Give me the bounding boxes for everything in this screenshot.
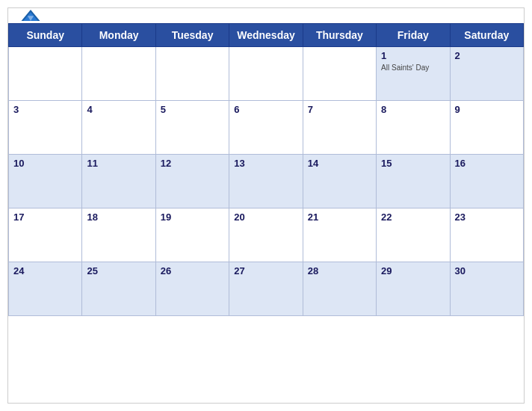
calendar-body: 1All Saints' Day234567891011121314151617… <box>9 47 524 316</box>
week-row-1: 1All Saints' Day2 <box>9 47 524 101</box>
day-number: 6 <box>234 104 239 115</box>
calendar-cell: 6 <box>229 101 303 155</box>
weekday-header-tuesday: Tuesday <box>155 24 229 47</box>
calendar-container: SundayMondayTuesdayWednesdayThursdayFrid… <box>7 7 525 404</box>
calendar-cell: 20 <box>229 208 303 262</box>
weekday-header-friday: Friday <box>377 24 450 47</box>
day-number: 8 <box>381 104 386 115</box>
calendar-cell: 4 <box>82 101 155 155</box>
weekday-header-monday: Monday <box>82 24 155 47</box>
day-number: 12 <box>161 158 171 169</box>
week-row-5: 24252627282930 <box>9 262 524 316</box>
day-number: 22 <box>381 211 392 223</box>
calendar-cell <box>303 47 376 101</box>
day-number: 21 <box>308 211 318 223</box>
day-number: 19 <box>161 211 171 223</box>
calendar-header <box>8 8 524 23</box>
calendar-cell <box>229 47 303 101</box>
day-number: 23 <box>455 211 466 223</box>
calendar-cell: 29 <box>377 262 450 316</box>
calendar-cell: 18 <box>82 208 155 262</box>
calendar-cell: 5 <box>155 101 229 155</box>
calendar-cell <box>9 47 82 101</box>
calendar-cell: 1All Saints' Day <box>377 47 450 101</box>
day-number: 11 <box>87 158 97 169</box>
day-number: 25 <box>87 265 97 276</box>
weekday-header-saturday: Saturday <box>450 24 523 47</box>
day-number: 24 <box>13 265 24 276</box>
calendar-cell: 10 <box>9 155 82 208</box>
calendar-cell: 24 <box>9 262 82 316</box>
calendar-table: SundayMondayTuesdayWednesdayThursdayFrid… <box>8 23 524 316</box>
calendar-cell: 11 <box>82 155 155 208</box>
day-number: 26 <box>161 265 171 276</box>
calendar-cell <box>155 47 229 101</box>
calendar-cell <box>82 47 155 101</box>
day-number: 27 <box>234 265 244 276</box>
calendar-cell: 25 <box>82 262 155 316</box>
day-number: 5 <box>161 104 166 115</box>
holiday-label: All Saints' Day <box>381 63 445 72</box>
day-number: 20 <box>234 211 244 223</box>
day-number: 14 <box>308 158 318 169</box>
logo-icon <box>20 9 41 22</box>
week-row-4: 17181920212223 <box>9 208 524 262</box>
calendar-cell: 16 <box>450 155 523 208</box>
calendar-cell: 8 <box>377 101 450 155</box>
weekday-header-row: SundayMondayTuesdayWednesdayThursdayFrid… <box>9 24 524 47</box>
logo-area <box>20 9 41 23</box>
day-number: 18 <box>87 211 97 223</box>
day-number: 10 <box>13 158 24 169</box>
calendar-cell: 30 <box>450 262 523 316</box>
calendar-cell: 2 <box>450 47 523 101</box>
calendar-cell: 21 <box>303 208 376 262</box>
day-number: 30 <box>455 265 466 276</box>
day-number: 16 <box>455 158 466 169</box>
calendar-cell: 17 <box>9 208 82 262</box>
day-number: 7 <box>308 104 313 115</box>
day-number: 1 <box>381 50 386 61</box>
day-number: 3 <box>13 104 19 115</box>
calendar-thead: SundayMondayTuesdayWednesdayThursdayFrid… <box>9 24 524 47</box>
week-row-2: 3456789 <box>9 101 524 155</box>
weekday-header-wednesday: Wednesday <box>229 24 303 47</box>
day-number: 4 <box>87 104 92 115</box>
calendar-cell: 3 <box>9 101 82 155</box>
day-number: 13 <box>234 158 244 169</box>
calendar-cell: 7 <box>303 101 376 155</box>
calendar-cell: 12 <box>155 155 229 208</box>
weekday-header-sunday: Sunday <box>9 24 82 47</box>
week-row-3: 10111213141516 <box>9 155 524 208</box>
calendar-cell: 13 <box>229 155 303 208</box>
calendar-cell: 28 <box>303 262 376 316</box>
day-number: 15 <box>381 158 392 169</box>
day-number: 17 <box>13 211 24 223</box>
calendar-cell: 22 <box>377 208 450 262</box>
calendar-cell: 27 <box>229 262 303 316</box>
calendar-cell: 15 <box>377 155 450 208</box>
weekday-header-thursday: Thursday <box>303 24 376 47</box>
calendar-cell: 14 <box>303 155 376 208</box>
calendar-cell: 9 <box>450 101 523 155</box>
day-number: 2 <box>455 50 460 61</box>
calendar-cell: 26 <box>155 262 229 316</box>
calendar-cell: 19 <box>155 208 229 262</box>
day-number: 29 <box>381 265 392 276</box>
calendar-cell: 23 <box>450 208 523 262</box>
day-number: 9 <box>455 104 460 115</box>
day-number: 28 <box>308 265 318 276</box>
